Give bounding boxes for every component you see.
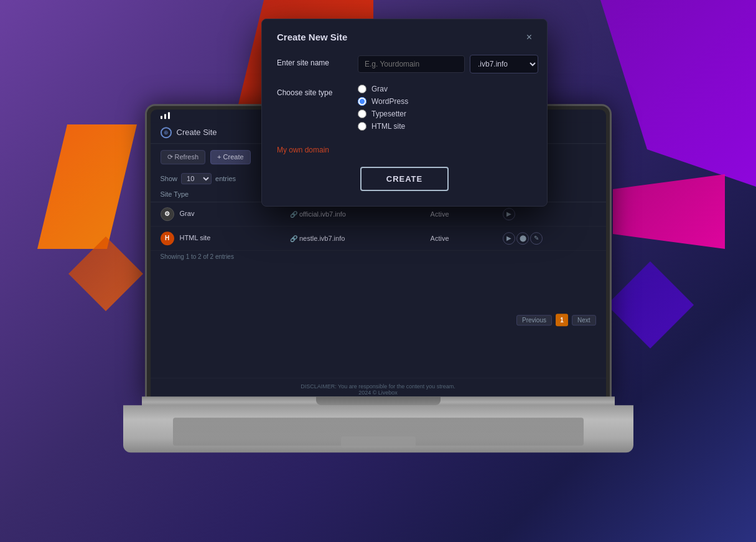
site-name-label: Enter site name bbox=[277, 55, 358, 67]
laptop-bottom bbox=[123, 405, 633, 452]
radio-html-input[interactable] bbox=[358, 122, 366, 131]
current-page[interactable]: 1 bbox=[556, 314, 568, 326]
show-label: Show bbox=[161, 175, 178, 182]
header-icon: ⊕ bbox=[161, 127, 172, 138]
footer-disclaimer: DISCLAIMER: You are responsible for the … bbox=[156, 383, 601, 390]
radio-typesetter-input[interactable] bbox=[358, 110, 366, 118]
hinge-notch bbox=[316, 396, 441, 405]
radio-html[interactable]: HTML site bbox=[358, 122, 408, 131]
radio-html-label: HTML site bbox=[371, 122, 405, 131]
site-type-label: Choose site type bbox=[277, 85, 358, 97]
site-link-icon: 🔗 bbox=[290, 235, 297, 242]
signal-bar-2 bbox=[164, 114, 166, 119]
col-site-type: Site Type bbox=[151, 187, 280, 202]
refresh-button[interactable]: ⟳ Refresh bbox=[161, 150, 206, 164]
laptop-touchpad bbox=[341, 436, 416, 447]
next-page-button[interactable]: Next bbox=[572, 315, 596, 325]
action-play-button[interactable]: ▶ bbox=[503, 208, 515, 220]
laptop-base bbox=[123, 396, 633, 452]
action-play-button[interactable]: ▶ bbox=[503, 232, 515, 245]
radio-grav-input[interactable] bbox=[358, 85, 366, 93]
page-title: Create Site bbox=[177, 128, 217, 137]
site-type-icon: ⚙ bbox=[161, 207, 174, 221]
site-name-controls: .ivb7.info .ivb7.net .ivb7.com bbox=[358, 55, 538, 73]
domain-select[interactable]: .ivb7.info .ivb7.net .ivb7.com bbox=[470, 55, 538, 73]
footer-copyright: 2024 © Livebox bbox=[156, 390, 601, 396]
cell-site-type: H HTML site bbox=[151, 226, 280, 250]
create-button[interactable]: + Create bbox=[210, 150, 251, 164]
entries-label: entries bbox=[215, 175, 236, 182]
radio-wordpress-input[interactable] bbox=[358, 97, 366, 106]
prev-page-button[interactable]: Previous bbox=[516, 315, 552, 325]
pagination: Previous 1 Next bbox=[151, 307, 606, 332]
entries-select[interactable]: 10 25 50 100 bbox=[181, 173, 212, 184]
action-edit-button[interactable]: ✎ bbox=[530, 232, 543, 245]
radio-typesetter-label: Typesetter bbox=[371, 110, 406, 118]
cell-actions: ▶⬤✎ bbox=[493, 226, 605, 250]
showing-text: Showing 1 to 2 of 2 entries bbox=[151, 251, 606, 263]
modal-title: Create New Site bbox=[277, 32, 347, 42]
site-type-radio-group: Grav WordPress Typesetter HTML site bbox=[358, 85, 408, 131]
signal-bar-3 bbox=[168, 112, 170, 119]
bg-shape-orange bbox=[37, 124, 137, 249]
radio-wordpress-label: WordPress bbox=[371, 97, 408, 106]
site-type-icon: H bbox=[161, 231, 174, 245]
site-name-row: Enter site name .ivb7.info .ivb7.net .iv… bbox=[277, 55, 532, 73]
signal-bars bbox=[161, 112, 170, 119]
create-site-modal: Create New Site × Enter site name .ivb7.… bbox=[261, 19, 548, 207]
close-icon[interactable]: × bbox=[526, 32, 532, 42]
cell-status: Active bbox=[421, 226, 493, 250]
table-row: H HTML site 🔗 nestle.ivb7.info Active ▶⬤… bbox=[151, 226, 606, 250]
modal-header: Create New Site × bbox=[277, 32, 532, 42]
signal-bar-1 bbox=[161, 116, 162, 119]
action-stop-button[interactable]: ⬤ bbox=[516, 232, 529, 245]
radio-grav-label: Grav bbox=[371, 85, 388, 93]
radio-wordpress[interactable]: WordPress bbox=[358, 97, 408, 106]
site-name-input[interactable] bbox=[358, 55, 465, 73]
radio-grav[interactable]: Grav bbox=[358, 85, 408, 93]
site-link-icon: 🔗 bbox=[290, 211, 297, 218]
radio-typesetter[interactable]: Typesetter bbox=[358, 110, 408, 118]
cell-site-type: ⚙ Grav bbox=[151, 202, 280, 226]
modal-create-button[interactable]: CREATE bbox=[360, 167, 449, 191]
own-domain-link[interactable]: My own domain bbox=[277, 142, 532, 154]
cell-site-name: 🔗 nestle.ivb7.info bbox=[280, 226, 421, 250]
site-type-row: Choose site type Grav WordPress Typesett… bbox=[277, 85, 532, 131]
